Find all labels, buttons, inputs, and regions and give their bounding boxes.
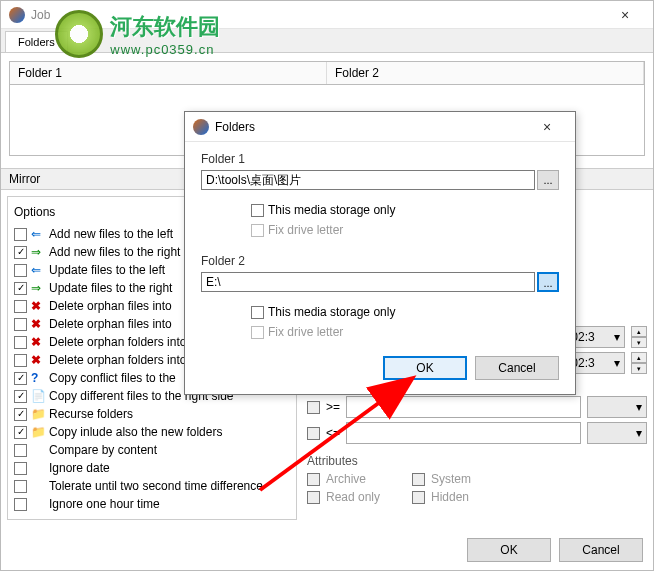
f2-fix-drive: Fix drive letter: [251, 322, 559, 342]
dialog-ok-button[interactable]: OK: [383, 356, 467, 380]
opt-ignore-date[interactable]: Ignore date: [14, 459, 290, 477]
opt-tolerate-2s[interactable]: Tolerate until two second time differenc…: [14, 477, 290, 495]
folder2-browse-button[interactable]: ...: [537, 272, 559, 292]
opt-compare-content[interactable]: Compare by content: [14, 441, 290, 459]
length-le-row: <= ▾: [307, 422, 647, 444]
f2-media-only[interactable]: This media storage only: [251, 302, 559, 322]
time-spinner-1[interactable]: ▴▾: [631, 326, 647, 348]
length-ge-row: >= ▾: [307, 396, 647, 418]
folders-header: Folder 1 Folder 2: [9, 61, 645, 84]
opt-include-new[interactable]: 📁Copy inlude also the new folders: [14, 423, 290, 441]
folder1-browse-button[interactable]: ...: [537, 170, 559, 190]
chevron-down-icon: ▾: [636, 400, 642, 414]
f1-fix-drive: Fix drive letter: [251, 220, 559, 240]
length-le-check[interactable]: [307, 427, 320, 440]
chevron-down-icon: ▾: [636, 426, 642, 440]
tab-strip: Folders: [1, 29, 653, 53]
length-ge-check[interactable]: [307, 401, 320, 414]
length-le-input[interactable]: [346, 422, 581, 444]
folder2-input[interactable]: [201, 272, 535, 292]
length-ge-unit[interactable]: ▾: [587, 396, 647, 418]
opt-ignore-1h[interactable]: Ignore one hour time: [14, 495, 290, 513]
folder1-input[interactable]: [201, 170, 535, 190]
main-titlebar: Job ×: [1, 1, 653, 29]
length-ge-input[interactable]: [346, 396, 581, 418]
dialog-close-icon[interactable]: ×: [527, 119, 567, 135]
close-icon[interactable]: ×: [605, 7, 645, 23]
time-spinner-2[interactable]: ▴▾: [631, 352, 647, 374]
app-icon: [9, 7, 25, 23]
col-folder1: Folder 1: [10, 62, 327, 84]
length-le-unit[interactable]: ▾: [587, 422, 647, 444]
dialog-app-icon: [193, 119, 209, 135]
main-cancel-button[interactable]: Cancel: [559, 538, 643, 562]
attr-system-check[interactable]: [412, 473, 425, 486]
dialog-title: Folders: [215, 120, 527, 134]
folder2-label: Folder 2: [201, 254, 559, 268]
chevron-down-icon: ▾: [614, 356, 620, 370]
main-button-bar: OK Cancel: [467, 538, 643, 562]
chevron-down-icon: ▾: [614, 330, 620, 344]
main-ok-button[interactable]: OK: [467, 538, 551, 562]
folder1-label: Folder 1: [201, 152, 559, 166]
window-title: Job: [31, 8, 605, 22]
col-folder2: Folder 2: [327, 62, 644, 84]
dialog-button-bar: OK Cancel: [201, 356, 559, 380]
dialog-titlebar: Folders ×: [185, 112, 575, 142]
opt-recurse[interactable]: 📁Recurse folders: [14, 405, 290, 423]
dialog-cancel-button[interactable]: Cancel: [475, 356, 559, 380]
attr-readonly-check[interactable]: [307, 491, 320, 504]
attributes-label: Attributes: [307, 454, 647, 468]
attr-hidden-check[interactable]: [412, 491, 425, 504]
attr-archive-check[interactable]: [307, 473, 320, 486]
folders-dialog: Folders × Folder 1 ... This media storag…: [184, 111, 576, 395]
tab-folders[interactable]: Folders: [5, 31, 68, 52]
f1-media-only[interactable]: This media storage only: [251, 200, 559, 220]
